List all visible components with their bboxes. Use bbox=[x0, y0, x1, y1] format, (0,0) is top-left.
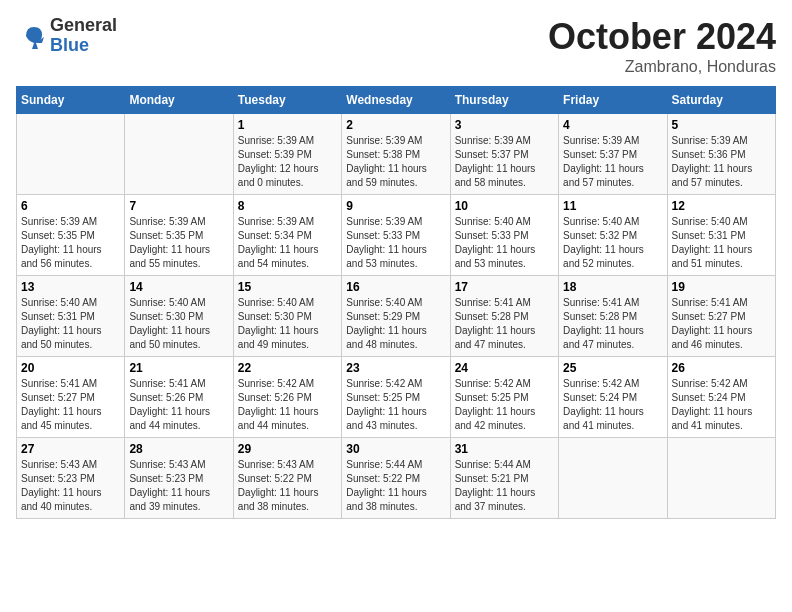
calendar-cell: 28Sunrise: 5:43 AMSunset: 5:23 PMDayligh… bbox=[125, 438, 233, 519]
logo-icon bbox=[16, 21, 46, 51]
calendar-cell: 30Sunrise: 5:44 AMSunset: 5:22 PMDayligh… bbox=[342, 438, 450, 519]
day-info: Sunrise: 5:42 AMSunset: 5:26 PMDaylight:… bbox=[238, 377, 337, 433]
day-number: 17 bbox=[455, 280, 554, 294]
day-info: Sunrise: 5:44 AMSunset: 5:21 PMDaylight:… bbox=[455, 458, 554, 514]
weekday-header-wednesday: Wednesday bbox=[342, 87, 450, 114]
logo-blue-text: Blue bbox=[50, 36, 117, 56]
day-info: Sunrise: 5:40 AMSunset: 5:32 PMDaylight:… bbox=[563, 215, 662, 271]
day-number: 31 bbox=[455, 442, 554, 456]
day-number: 11 bbox=[563, 199, 662, 213]
day-number: 9 bbox=[346, 199, 445, 213]
location-title: Zambrano, Honduras bbox=[548, 58, 776, 76]
day-info: Sunrise: 5:40 AMSunset: 5:33 PMDaylight:… bbox=[455, 215, 554, 271]
weekday-header-tuesday: Tuesday bbox=[233, 87, 341, 114]
day-info: Sunrise: 5:40 AMSunset: 5:31 PMDaylight:… bbox=[21, 296, 120, 352]
day-number: 21 bbox=[129, 361, 228, 375]
week-row-3: 13Sunrise: 5:40 AMSunset: 5:31 PMDayligh… bbox=[17, 276, 776, 357]
day-info: Sunrise: 5:39 AMSunset: 5:33 PMDaylight:… bbox=[346, 215, 445, 271]
day-number: 24 bbox=[455, 361, 554, 375]
day-number: 14 bbox=[129, 280, 228, 294]
calendar-cell: 1Sunrise: 5:39 AMSunset: 5:39 PMDaylight… bbox=[233, 114, 341, 195]
day-number: 13 bbox=[21, 280, 120, 294]
day-info: Sunrise: 5:39 AMSunset: 5:39 PMDaylight:… bbox=[238, 134, 337, 190]
day-number: 7 bbox=[129, 199, 228, 213]
calendar-cell: 19Sunrise: 5:41 AMSunset: 5:27 PMDayligh… bbox=[667, 276, 775, 357]
day-info: Sunrise: 5:43 AMSunset: 5:22 PMDaylight:… bbox=[238, 458, 337, 514]
calendar-cell: 4Sunrise: 5:39 AMSunset: 5:37 PMDaylight… bbox=[559, 114, 667, 195]
calendar-cell: 3Sunrise: 5:39 AMSunset: 5:37 PMDaylight… bbox=[450, 114, 558, 195]
week-row-1: 1Sunrise: 5:39 AMSunset: 5:39 PMDaylight… bbox=[17, 114, 776, 195]
day-number: 6 bbox=[21, 199, 120, 213]
calendar-cell: 5Sunrise: 5:39 AMSunset: 5:36 PMDaylight… bbox=[667, 114, 775, 195]
day-number: 3 bbox=[455, 118, 554, 132]
logo: General Blue bbox=[16, 16, 117, 56]
month-title: October 2024 bbox=[548, 16, 776, 58]
calendar-header: SundayMondayTuesdayWednesdayThursdayFrid… bbox=[17, 87, 776, 114]
day-number: 20 bbox=[21, 361, 120, 375]
calendar-cell: 25Sunrise: 5:42 AMSunset: 5:24 PMDayligh… bbox=[559, 357, 667, 438]
day-number: 22 bbox=[238, 361, 337, 375]
day-info: Sunrise: 5:39 AMSunset: 5:35 PMDaylight:… bbox=[129, 215, 228, 271]
day-info: Sunrise: 5:42 AMSunset: 5:25 PMDaylight:… bbox=[346, 377, 445, 433]
day-number: 27 bbox=[21, 442, 120, 456]
calendar-cell: 21Sunrise: 5:41 AMSunset: 5:26 PMDayligh… bbox=[125, 357, 233, 438]
day-info: Sunrise: 5:42 AMSunset: 5:24 PMDaylight:… bbox=[672, 377, 771, 433]
day-info: Sunrise: 5:41 AMSunset: 5:26 PMDaylight:… bbox=[129, 377, 228, 433]
day-info: Sunrise: 5:39 AMSunset: 5:36 PMDaylight:… bbox=[672, 134, 771, 190]
day-number: 19 bbox=[672, 280, 771, 294]
logo-text: General Blue bbox=[50, 16, 117, 56]
day-number: 4 bbox=[563, 118, 662, 132]
day-number: 2 bbox=[346, 118, 445, 132]
day-info: Sunrise: 5:39 AMSunset: 5:34 PMDaylight:… bbox=[238, 215, 337, 271]
weekday-header-saturday: Saturday bbox=[667, 87, 775, 114]
day-info: Sunrise: 5:41 AMSunset: 5:27 PMDaylight:… bbox=[672, 296, 771, 352]
weekday-header-friday: Friday bbox=[559, 87, 667, 114]
calendar-cell: 22Sunrise: 5:42 AMSunset: 5:26 PMDayligh… bbox=[233, 357, 341, 438]
day-number: 29 bbox=[238, 442, 337, 456]
calendar-cell bbox=[17, 114, 125, 195]
calendar-cell: 17Sunrise: 5:41 AMSunset: 5:28 PMDayligh… bbox=[450, 276, 558, 357]
day-info: Sunrise: 5:41 AMSunset: 5:28 PMDaylight:… bbox=[455, 296, 554, 352]
day-number: 8 bbox=[238, 199, 337, 213]
day-info: Sunrise: 5:41 AMSunset: 5:28 PMDaylight:… bbox=[563, 296, 662, 352]
day-number: 12 bbox=[672, 199, 771, 213]
week-row-5: 27Sunrise: 5:43 AMSunset: 5:23 PMDayligh… bbox=[17, 438, 776, 519]
day-info: Sunrise: 5:39 AMSunset: 5:38 PMDaylight:… bbox=[346, 134, 445, 190]
day-number: 5 bbox=[672, 118, 771, 132]
day-info: Sunrise: 5:42 AMSunset: 5:25 PMDaylight:… bbox=[455, 377, 554, 433]
calendar-cell: 6Sunrise: 5:39 AMSunset: 5:35 PMDaylight… bbox=[17, 195, 125, 276]
week-row-4: 20Sunrise: 5:41 AMSunset: 5:27 PMDayligh… bbox=[17, 357, 776, 438]
calendar-cell: 12Sunrise: 5:40 AMSunset: 5:31 PMDayligh… bbox=[667, 195, 775, 276]
day-info: Sunrise: 5:39 AMSunset: 5:37 PMDaylight:… bbox=[563, 134, 662, 190]
calendar-cell: 2Sunrise: 5:39 AMSunset: 5:38 PMDaylight… bbox=[342, 114, 450, 195]
calendar-cell: 23Sunrise: 5:42 AMSunset: 5:25 PMDayligh… bbox=[342, 357, 450, 438]
day-info: Sunrise: 5:41 AMSunset: 5:27 PMDaylight:… bbox=[21, 377, 120, 433]
calendar-cell: 8Sunrise: 5:39 AMSunset: 5:34 PMDaylight… bbox=[233, 195, 341, 276]
calendar-cell: 11Sunrise: 5:40 AMSunset: 5:32 PMDayligh… bbox=[559, 195, 667, 276]
weekday-header-monday: Monday bbox=[125, 87, 233, 114]
day-number: 15 bbox=[238, 280, 337, 294]
day-number: 18 bbox=[563, 280, 662, 294]
page-header: General Blue October 2024 Zambrano, Hond… bbox=[16, 16, 776, 76]
day-number: 30 bbox=[346, 442, 445, 456]
calendar-cell: 7Sunrise: 5:39 AMSunset: 5:35 PMDaylight… bbox=[125, 195, 233, 276]
day-number: 16 bbox=[346, 280, 445, 294]
weekday-row: SundayMondayTuesdayWednesdayThursdayFrid… bbox=[17, 87, 776, 114]
calendar-cell: 14Sunrise: 5:40 AMSunset: 5:30 PMDayligh… bbox=[125, 276, 233, 357]
day-info: Sunrise: 5:40 AMSunset: 5:31 PMDaylight:… bbox=[672, 215, 771, 271]
day-info: Sunrise: 5:40 AMSunset: 5:30 PMDaylight:… bbox=[238, 296, 337, 352]
day-info: Sunrise: 5:39 AMSunset: 5:37 PMDaylight:… bbox=[455, 134, 554, 190]
calendar-cell: 15Sunrise: 5:40 AMSunset: 5:30 PMDayligh… bbox=[233, 276, 341, 357]
day-number: 23 bbox=[346, 361, 445, 375]
day-number: 1 bbox=[238, 118, 337, 132]
day-info: Sunrise: 5:44 AMSunset: 5:22 PMDaylight:… bbox=[346, 458, 445, 514]
day-number: 28 bbox=[129, 442, 228, 456]
calendar-table: SundayMondayTuesdayWednesdayThursdayFrid… bbox=[16, 86, 776, 519]
calendar-cell bbox=[667, 438, 775, 519]
week-row-2: 6Sunrise: 5:39 AMSunset: 5:35 PMDaylight… bbox=[17, 195, 776, 276]
calendar-cell bbox=[125, 114, 233, 195]
calendar-cell: 13Sunrise: 5:40 AMSunset: 5:31 PMDayligh… bbox=[17, 276, 125, 357]
calendar-cell: 18Sunrise: 5:41 AMSunset: 5:28 PMDayligh… bbox=[559, 276, 667, 357]
calendar-cell: 24Sunrise: 5:42 AMSunset: 5:25 PMDayligh… bbox=[450, 357, 558, 438]
weekday-header-thursday: Thursday bbox=[450, 87, 558, 114]
